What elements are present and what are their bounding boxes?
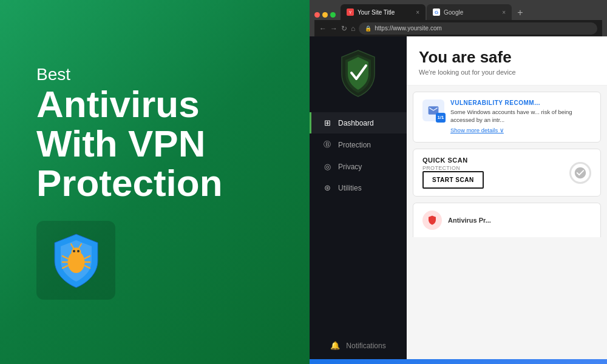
lock-icon: 🔒 (365, 25, 371, 32)
alert-content: VULNERABILITY RECOMM... Some Windows acc… (450, 99, 591, 135)
tab-favicon-site: Y (347, 8, 354, 16)
sidebar-item-privacy[interactable]: ◎ Privacy (310, 156, 407, 177)
dashboard-label: Dashboard (338, 119, 374, 127)
safe-subtitle: We're looking out for your device (419, 69, 595, 76)
tab2-label: Google (444, 9, 463, 16)
headline-line1: Best Antivirus With VPN Protection (36, 64, 279, 203)
app-main: You are safe We're looking out for your … (407, 36, 607, 359)
app-logo (337, 49, 379, 97)
alert-body: Some Windows accounts have w... risk of … (450, 108, 591, 124)
bug-shield-badge (50, 232, 102, 289)
alert-header: 1/1 VULNERABILITY RECOMM... Some Windows… (422, 99, 591, 135)
badge-container (36, 221, 115, 300)
alert-badge: 1/1 (436, 113, 446, 123)
tab-favicon-google: G (433, 8, 440, 16)
tab1-close[interactable]: × (416, 9, 419, 16)
maximize-dot[interactable] (330, 12, 336, 18)
privacy-label: Privacy (338, 163, 362, 171)
home-button[interactable]: ⌂ (351, 24, 355, 33)
tab-google[interactable]: G Google × (427, 4, 512, 20)
headline-vpn: With VPN (36, 124, 279, 163)
browser-chrome: Y Your Site Title × G Google × + ← → ↻ ⌂… (310, 0, 607, 36)
left-panel: Best Antivirus With VPN Protection (0, 0, 310, 364)
bottom-icon (422, 211, 442, 230)
minimize-dot[interactable] (322, 12, 328, 18)
notifications-icon: 🔔 (330, 341, 340, 350)
main-header: You are safe We're looking out for your … (407, 36, 607, 86)
app-sidebar: ⊞ Dashboard Ⓑ Protection ◎ Privacy ⊛ Uti… (310, 36, 407, 359)
svg-point-1 (71, 248, 81, 257)
refresh-button[interactable]: ↻ (341, 24, 347, 33)
utilities-icon: ⊛ (322, 183, 332, 192)
sidebar-item-protection[interactable]: Ⓑ Protection (310, 133, 407, 156)
headline-best: Best (36, 65, 70, 84)
svg-point-2 (73, 250, 75, 252)
browser-addressbar: ← → ↻ ⌂ 🔒 https://www.yoursite.com (314, 20, 602, 36)
tab-your-site[interactable]: Y Your Site Title × (341, 4, 426, 20)
scan-sub: PROTECTION (422, 165, 484, 171)
right-panel: Y Your Site Title × G Google × + ← → ↻ ⌂… (310, 0, 607, 364)
bottom-bar (310, 359, 607, 364)
safe-title: You are safe (419, 49, 595, 66)
sidebar-item-dashboard[interactable]: ⊞ Dashboard (310, 112, 407, 133)
alert-icon: 1/1 (422, 99, 444, 121)
address-bar[interactable]: 🔒 https://www.yoursite.com (359, 22, 597, 35)
sidebar-item-utilities[interactable]: ⊛ Utilities (310, 177, 407, 198)
headline-antivirus: Antivirus (36, 84, 279, 124)
show-more-link[interactable]: Show more details ∨ (450, 127, 504, 133)
scan-title: QUICK SCAN (422, 157, 484, 164)
browser-content: ⊞ Dashboard Ⓑ Protection ◎ Privacy ⊛ Uti… (310, 36, 607, 359)
utilities-label: Utilities (338, 184, 362, 192)
svg-point-3 (77, 250, 80, 252)
headline-protection: Protection (36, 163, 279, 203)
dashboard-icon: ⊞ (322, 118, 332, 127)
start-scan-button[interactable]: START SCAN (422, 171, 484, 189)
scan-info: QUICK SCAN PROTECTION START SCAN (422, 157, 484, 189)
protection-label: Protection (338, 141, 371, 149)
bottom-partial-item: Antivirus Pr... (413, 203, 601, 237)
url-text: https://www.yoursite.com (375, 25, 442, 32)
vulnerability-alert: 1/1 VULNERABILITY RECOMM... Some Windows… (413, 92, 601, 143)
sidebar-menu: ⊞ Dashboard Ⓑ Protection ◎ Privacy ⊛ Uti… (310, 112, 407, 198)
alert-title: VULNERABILITY RECOMM... (450, 99, 591, 106)
close-dot[interactable] (314, 12, 320, 18)
scan-circle-icon (569, 162, 591, 184)
privacy-icon: ◎ (322, 162, 332, 171)
sidebar-bottom[interactable]: 🔔 Notifications (319, 332, 396, 359)
tab2-close[interactable]: × (502, 9, 506, 16)
browser-tabs: Y Your Site Title × G Google × + (314, 4, 602, 20)
bottom-partial-label: Antivirus Pr... (448, 217, 491, 224)
notifications-label: Notifications (346, 342, 385, 350)
protection-icon: Ⓑ (322, 140, 332, 150)
quick-scan-box: QUICK SCAN PROTECTION START SCAN (413, 149, 601, 197)
forward-button[interactable]: → (330, 24, 337, 33)
new-tab-button[interactable]: + (513, 5, 527, 20)
tab1-label: Your Site Title (358, 9, 395, 16)
back-button[interactable]: ← (319, 24, 327, 33)
